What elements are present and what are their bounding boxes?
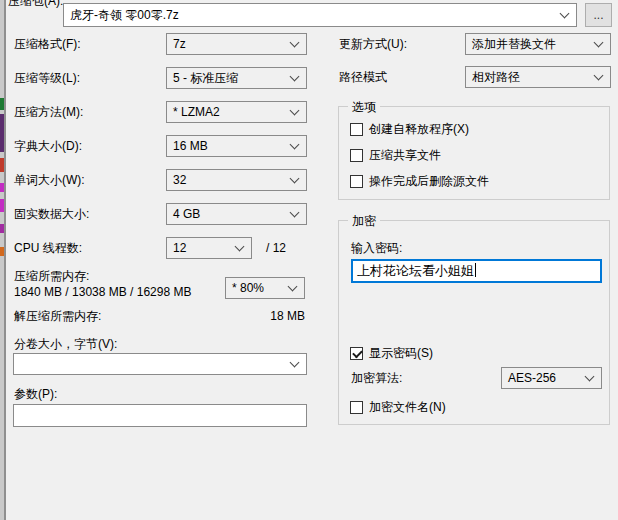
chevron-down-icon bbox=[560, 9, 570, 19]
password-value: 上村花论坛看小姐姐 bbox=[357, 263, 474, 278]
chevron-down-icon bbox=[585, 372, 595, 382]
chevron-down-icon bbox=[290, 72, 300, 82]
encryption-method-label: 加密算法: bbox=[351, 370, 402, 386]
browse-button[interactable]: ... bbox=[585, 3, 612, 27]
checkbox-icon bbox=[350, 347, 363, 360]
chevron-down-icon bbox=[594, 71, 604, 81]
checkbox-show-password[interactable]: 显示密码(S) bbox=[350, 345, 433, 361]
checkbox-encrypt-filenames[interactable]: 加密文件名(N) bbox=[350, 399, 446, 415]
chevron-down-icon bbox=[235, 242, 245, 252]
checkbox-icon bbox=[350, 175, 363, 188]
archive-label-clipped: 压缩包(A): bbox=[8, 0, 68, 8]
dictionary-combobox[interactable]: 16 MB bbox=[166, 135, 307, 157]
chevron-down-icon bbox=[290, 358, 300, 368]
decompress-memory-value: 18 MB bbox=[225, 308, 305, 324]
level-label: 压缩等级(L): bbox=[14, 70, 80, 86]
password-label: 输入密码: bbox=[351, 240, 402, 256]
word-size-label: 单词大小(W): bbox=[14, 172, 85, 188]
chevron-down-icon bbox=[290, 140, 300, 150]
text-caret bbox=[475, 263, 476, 277]
parameters-label: 参数(P): bbox=[14, 386, 57, 402]
options-group-title: 选项 bbox=[348, 99, 380, 115]
memory-usage-values: 1840 MB / 13038 MB / 16298 MB bbox=[14, 284, 191, 300]
path-mode-label: 路径模式 bbox=[339, 69, 387, 85]
level-combobox[interactable]: 5 - 标准压缩 bbox=[166, 67, 307, 89]
chevron-down-icon bbox=[290, 106, 300, 116]
checkbox-icon bbox=[350, 149, 363, 162]
decompress-memory-label: 解压缩所需内存: bbox=[14, 308, 101, 324]
path-mode-combobox[interactable]: 相对路径 bbox=[465, 66, 611, 88]
memory-percent-combobox[interactable]: * 80% bbox=[225, 277, 305, 299]
cpu-threads-max: / 12 bbox=[266, 240, 286, 256]
volume-size-combobox[interactable] bbox=[13, 353, 307, 375]
checkbox-delete-after[interactable]: 操作完成后删除源文件 bbox=[350, 173, 489, 189]
format-label: 压缩格式(F): bbox=[14, 36, 81, 52]
checkbox-icon bbox=[350, 123, 363, 136]
method-label: 压缩方法(M): bbox=[14, 104, 83, 120]
update-mode-label: 更新方式(U): bbox=[339, 36, 407, 52]
password-input[interactable]: 上村花论坛看小姐姐 bbox=[351, 259, 602, 283]
archive-name-combobox[interactable]: 虎牙-奇领 零00零.7z bbox=[63, 3, 577, 27]
solid-block-combobox[interactable]: 4 GB bbox=[166, 203, 307, 225]
parameters-input[interactable] bbox=[13, 404, 307, 427]
memory-usage-label: 压缩所需内存: bbox=[14, 268, 89, 284]
chevron-down-icon bbox=[290, 174, 300, 184]
checkbox-icon bbox=[350, 401, 363, 414]
dialog-left-border bbox=[4, 0, 6, 520]
method-combobox[interactable]: * LZMA2 bbox=[166, 101, 307, 123]
chevron-down-icon bbox=[288, 282, 298, 292]
encryption-method-combobox[interactable]: AES-256 bbox=[501, 367, 602, 389]
solid-block-label: 固实数据大小: bbox=[14, 206, 89, 222]
cpu-threads-combobox[interactable]: 12 bbox=[166, 237, 252, 259]
encryption-group-title: 加密 bbox=[348, 213, 380, 229]
archive-name-value: 虎牙-奇领 零00零.7z bbox=[70, 8, 179, 22]
cpu-threads-label: CPU 线程数: bbox=[14, 240, 82, 256]
checkbox-shared-files[interactable]: 压缩共享文件 bbox=[350, 147, 441, 163]
format-combobox[interactable]: 7z bbox=[166, 33, 307, 55]
chevron-down-icon bbox=[290, 208, 300, 218]
checkbox-create-sfx[interactable]: 创建自释放程序(X) bbox=[350, 121, 469, 137]
add-to-archive-dialog: 压缩包(A): 虎牙-奇领 零00零.7z ... 压缩格式(F): 7z 压缩… bbox=[0, 0, 618, 520]
update-mode-combobox[interactable]: 添加并替换文件 bbox=[465, 33, 611, 55]
dictionary-label: 字典大小(D): bbox=[14, 138, 82, 154]
word-size-combobox[interactable]: 32 bbox=[166, 169, 307, 191]
chevron-down-icon bbox=[594, 38, 604, 48]
chevron-down-icon bbox=[290, 38, 300, 48]
volume-size-label: 分卷大小，字节(V): bbox=[14, 336, 117, 352]
